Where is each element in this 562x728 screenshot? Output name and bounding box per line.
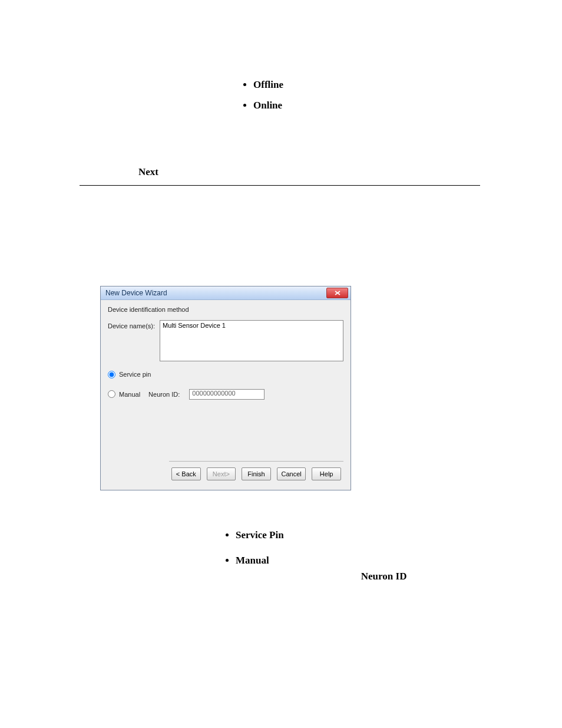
device-name-value: Multi Sensor Device 1 — [163, 322, 226, 329]
dialog-title: New Device Wizard — [105, 289, 167, 297]
close-icon[interactable] — [326, 288, 348, 298]
neuron-id-label: Neuron ID: — [148, 391, 180, 398]
device-name-label: Device name(s): — [108, 320, 160, 330]
help-button[interactable]: Help — [312, 467, 341, 480]
service-pin-radio-row: Service pin — [108, 371, 343, 378]
service-pin-label: Service pin — [119, 371, 151, 378]
manual-label: Manual — [119, 391, 140, 398]
manual-term: Manual — [236, 555, 269, 566]
service-pin-radio[interactable] — [108, 371, 115, 378]
device-name-input[interactable]: Multi Sensor Device 1 — [160, 320, 343, 361]
next-word: Next — [138, 166, 158, 177]
finish-button[interactable]: Finish — [242, 467, 271, 480]
online-label: Online — [253, 100, 282, 111]
new-device-wizard-dialog: New Device Wizard Device identification … — [100, 286, 351, 490]
cancel-button[interactable]: Cancel — [277, 467, 306, 480]
list-item: Manual — [236, 552, 507, 569]
neuron-id-value: 000000000000 — [192, 390, 235, 397]
manual-radio-row: Manual Neuron ID: 000000000000 — [108, 389, 343, 400]
service-pin-term: Service Pin — [236, 529, 284, 541]
next-button[interactable]: Next> — [207, 467, 236, 480]
manual-radio[interactable] — [108, 390, 115, 398]
next-line: Next — [138, 166, 491, 178]
offline-label: Offline — [253, 79, 283, 90]
dialog-subtitle: Device identification method — [108, 306, 343, 313]
offline-online-list: Offline Online — [230, 77, 491, 114]
dialog-titlebar: New Device Wizard — [101, 286, 351, 300]
neuron-id-fragment: pad Neuron ID — [239, 571, 492, 582]
list-item: Service Pin — [236, 527, 507, 544]
back-button[interactable]: < Back — [171, 467, 201, 480]
section-divider — [80, 185, 480, 186]
list-item: Offline — [253, 77, 491, 94]
neuron-id-term: Neuron ID — [361, 571, 407, 582]
list-item: Online — [253, 97, 491, 114]
dialog-button-row: < Back Next> Finish Cancel Help — [169, 461, 343, 487]
neuron-id-input[interactable]: 000000000000 — [189, 389, 265, 400]
method-description-list: Service Pin Manual — [212, 527, 507, 569]
